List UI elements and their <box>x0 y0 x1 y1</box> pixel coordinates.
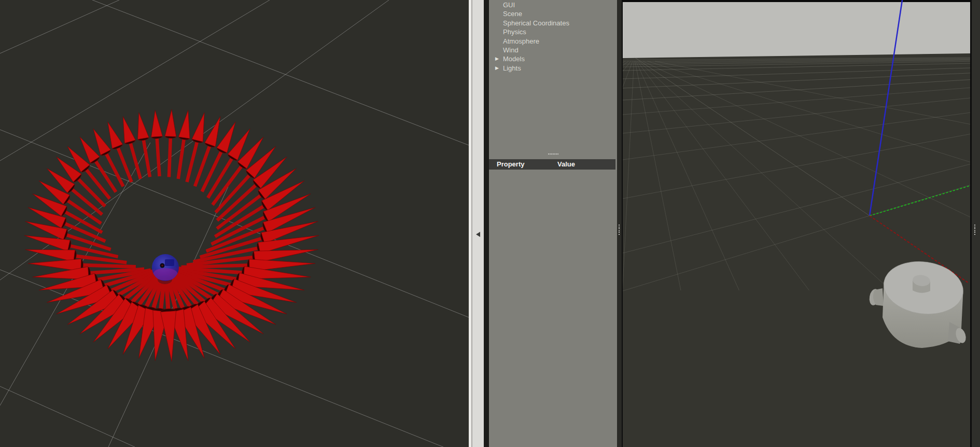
expand-arrow-icon[interactable]: ▶ <box>495 64 499 73</box>
tree-item-scene[interactable]: Scene <box>489 9 617 18</box>
tree-item-label: Spherical Coordinates <box>503 19 569 27</box>
world-tree: GUISceneSpherical CoordinatesPhysicsAtmo… <box>489 1 617 73</box>
divider-grip-icon[interactable] <box>974 225 975 235</box>
arrow-ring-visualization <box>0 0 469 447</box>
tree-item-gui[interactable]: GUI <box>489 1 617 9</box>
panel-border <box>484 0 489 447</box>
tree-item-label: GUI <box>503 1 515 9</box>
tree-item-physics[interactable]: Physics <box>489 27 617 36</box>
viewport-splitter[interactable] <box>469 0 484 447</box>
tree-item-label: Lights <box>503 64 521 72</box>
panel-divider[interactable] <box>617 0 623 447</box>
world-tree-panel: GUISceneSpherical CoordinatesPhysicsAtmo… <box>489 0 617 447</box>
collapse-left-icon[interactable] <box>476 232 480 237</box>
tree-item-atmosphere[interactable]: Atmosphere <box>489 37 617 46</box>
right-3d-viewport[interactable] <box>623 0 970 447</box>
tree-item-label: Models <box>503 55 525 63</box>
tree-item-wind[interactable]: Wind <box>489 46 617 54</box>
tree-item-label: Atmosphere <box>503 37 539 45</box>
value-column-header[interactable]: Value <box>557 159 575 170</box>
property-table-header: Property Value <box>489 159 615 170</box>
tree-item-label: Physics <box>503 28 526 36</box>
expand-arrow-icon[interactable]: ▶ <box>495 54 499 63</box>
property-splitter-handle[interactable] <box>489 153 617 155</box>
tree-item-label: Wind <box>503 46 519 54</box>
left-3d-viewport[interactable] <box>0 0 469 447</box>
tree-item-spherical-coordinates[interactable]: Spherical Coordinates <box>489 19 617 27</box>
property-column-header[interactable]: Property <box>497 159 524 170</box>
right-edge-splitter[interactable] <box>970 0 980 447</box>
world-scene <box>623 0 970 447</box>
gazebo-window: GUISceneSpherical CoordinatesPhysicsAtmo… <box>0 0 980 447</box>
tree-item-label: Scene <box>503 10 522 18</box>
divider-grip-icon[interactable] <box>619 225 620 235</box>
splitter-groove <box>469 0 472 447</box>
tree-item-models[interactable]: ▶Models <box>489 54 617 63</box>
tree-item-lights[interactable]: ▶Lights <box>489 64 617 73</box>
